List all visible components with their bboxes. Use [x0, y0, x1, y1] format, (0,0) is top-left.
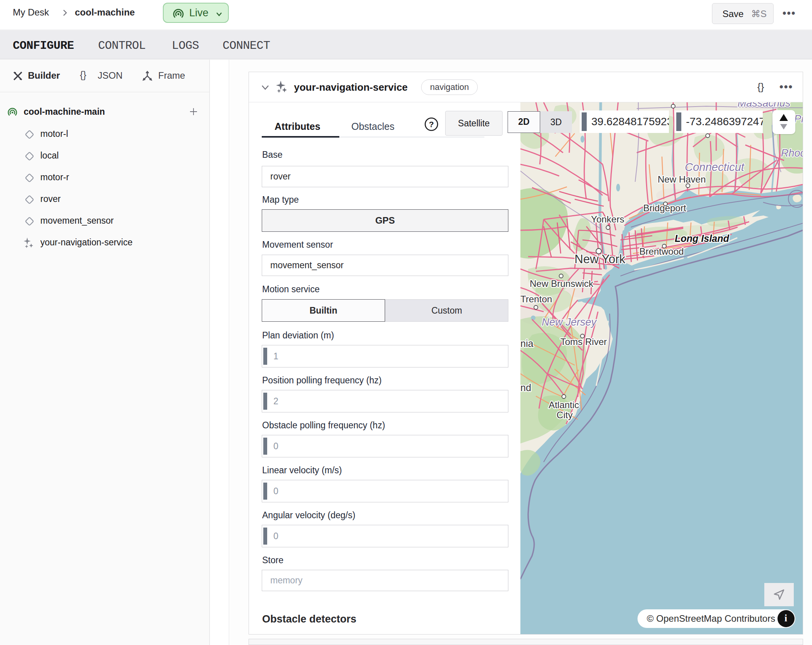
svg-text:Massachus: Massachus [738, 102, 791, 109]
svg-text:Connecticut: Connecticut [685, 161, 745, 173]
svg-text:Rhode: Rhode [781, 147, 803, 159]
svg-text:nia: nia [520, 338, 533, 349]
svg-text:New York: New York [575, 252, 625, 266]
svg-text:Provid: Provid [794, 113, 803, 125]
svg-text:Brentwood: Brentwood [639, 246, 684, 257]
svg-text:Long Island: Long Island [675, 233, 729, 244]
svg-text:Yonkers: Yonkers [591, 214, 624, 224]
svg-text:nd: nd [520, 382, 531, 393]
svg-text:New Brunswick: New Brunswick [530, 278, 594, 289]
svg-text:?: ? [429, 120, 434, 129]
svg-text:Trenton: Trenton [520, 294, 552, 304]
svg-text:Atlantic: Atlantic [549, 400, 579, 410]
svg-text:New Jersey: New Jersey [542, 316, 597, 328]
svg-text:New Haven: New Haven [658, 174, 706, 185]
svg-text:City: City [556, 410, 572, 420]
